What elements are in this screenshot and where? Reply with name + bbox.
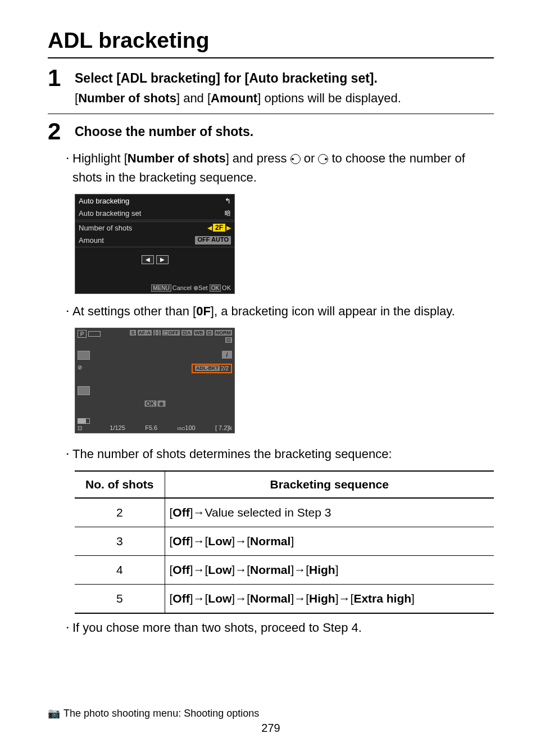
table-cell-shots: 2	[75, 498, 165, 527]
remaining-shots: [ 7.2]k	[215, 424, 232, 431]
b1-bold: Number of shots	[128, 151, 226, 165]
menu-amount-label: Amount	[79, 236, 104, 245]
shutter-speed: 1/125	[110, 424, 125, 431]
bullet-dot-icon: ・	[62, 302, 72, 321]
quality-icon: ⊡	[206, 330, 213, 336]
table-row: 4[Off]→[Low]→[Normal]→[High]	[75, 556, 494, 585]
table-row: 5[Off]→[Low]→[Normal]→[High]→[Extra high…	[75, 585, 494, 614]
bkt-badge: ADL-BKT 2/2	[192, 364, 232, 373]
mode-icon: P	[78, 330, 87, 338]
b2-bold: 0F	[196, 304, 211, 318]
menu-set-label: Auto bracketing set	[79, 209, 141, 218]
step1-b2: Amount	[211, 91, 257, 105]
af-area-icon: [-]	[153, 330, 161, 336]
size-icon: ⊡	[225, 337, 232, 343]
pic-icon: ⊡A	[181, 330, 192, 336]
table-head-shots: No. of shots	[75, 471, 165, 498]
ok-zoom-badge: OK ⊕	[144, 401, 165, 407]
cam-left-icons: ⊘	[78, 351, 90, 395]
battery-icon	[78, 418, 90, 424]
aperture: F5.6	[145, 424, 157, 431]
menu-amount-value: OFF AUTO	[195, 236, 231, 245]
step-2-bullet-1: ・ Highlight [Number of shots] and press …	[62, 149, 494, 187]
dpad-icon: ⊕	[193, 284, 198, 291]
vr-icon: ⬚OFF	[162, 330, 180, 336]
cam-bottom-row: ⊡ 1/125 F5.6 ISO100 [ 7.2]k	[78, 418, 232, 431]
camera-display-screenshot: P S AF-A [-] ⬚OFF ⊡A WB ⊡ NORM ⊡ i ADL-B…	[75, 328, 235, 433]
step-2: 2 Choose the number of shots.	[48, 122, 494, 143]
cam-top-right: S AF-A [-] ⬚OFF ⊡A WB ⊡ NORM ⊡	[125, 330, 232, 343]
menu-row-set: Auto bracketing set 暗	[75, 207, 234, 220]
menu-footer: MENUCancel ⊕Set OKOK	[151, 284, 231, 292]
footer-breadcrumb: 📷 The photo shooting menu: Shooting opti…	[48, 707, 494, 719]
table-row: 2[Off]→Value selected in Step 3	[75, 498, 494, 527]
nav-right-icon: ▶	[156, 255, 169, 264]
cam-top-left: P	[78, 330, 101, 343]
menu-set: Set	[198, 284, 208, 291]
bkt-count: 2/2	[221, 365, 229, 372]
step-2-number: 2	[48, 120, 75, 143]
step-2-bullet-3: ・ The number of shots determines the bra…	[62, 445, 494, 464]
menu-btn: MENU	[151, 284, 171, 292]
step-2-content: Choose the number of shots.	[75, 122, 494, 142]
b2-prefix: At settings other than [	[72, 304, 196, 318]
s-icon: S	[130, 330, 135, 336]
step-1-number: 1	[48, 66, 75, 90]
release-mode-icon	[78, 351, 90, 360]
b1-or: or	[301, 151, 319, 165]
nav-arrows: ◀ ▶	[75, 255, 234, 264]
page-title: ADL bracketing	[48, 28, 494, 53]
exposure-bar-icon	[88, 331, 101, 337]
bkt-label: ADL-BKT	[195, 365, 220, 371]
table-row: 3[Off]→[Low]→[Normal]	[75, 527, 494, 556]
menu-header: Auto bracketing ↰	[75, 194, 234, 207]
menu-row-shots: Number of shots ◀ 2F ▶	[75, 222, 234, 234]
table-cell-shots: 4	[75, 556, 165, 585]
afa-icon: AF-A	[138, 330, 152, 336]
bracketing-sequence-table: No. of shots Bracketing sequence 2[Off]→…	[75, 470, 494, 614]
shots-value-box: 2F	[213, 224, 225, 232]
page-footer: 📷 The photo shooting menu: Shooting opti…	[48, 707, 494, 735]
step1-mid: ] and [	[176, 91, 211, 105]
ok-box: OK	[144, 401, 156, 407]
step1-b1: Number of shots	[78, 91, 176, 105]
table-cell-seq: [Off]→[Low]→[Normal]→[High]	[165, 556, 494, 585]
table-cell-shots: 5	[75, 585, 165, 614]
iso: ISO100	[178, 424, 196, 431]
dpad-left-icon	[290, 154, 301, 164]
title-divider	[48, 57, 494, 58]
nav-left-icon: ◀	[142, 255, 154, 264]
step-2-bullet-4: ・ If you chose more than two shots, proc…	[62, 618, 494, 637]
zoom-icon: ⊕	[157, 401, 165, 407]
step-1-content: Select [ADL bracketing] for [Auto bracke…	[75, 69, 494, 108]
table-cell-seq: [Off]→[Low]→[Normal]	[165, 527, 494, 556]
left-arrow-icon: ◀	[207, 224, 212, 232]
bullet-dot-icon: ・	[62, 149, 72, 168]
table-cell-shots: 3	[75, 527, 165, 556]
menu-row-amount: Amount OFF AUTO	[75, 234, 234, 247]
ok-btn: OK	[210, 284, 221, 292]
step-2-bullet-2: ・ At settings other than [0F], a bracket…	[62, 302, 494, 321]
step1-suffix: ] options will be displayed.	[257, 91, 401, 105]
menu-title: Auto bracketing	[79, 197, 129, 205]
menu-shots-value: ◀ 2F ▶	[207, 224, 231, 232]
step-1: 1 Select [ADL bracketing] for [Auto brac…	[48, 69, 494, 108]
norm-icon: NORM	[215, 330, 233, 336]
menu-shots-label: Number of shots	[79, 224, 132, 232]
iso-value: 100	[185, 424, 195, 431]
menu-cancel: Cancel	[172, 284, 192, 291]
bullet-1-text: Highlight [Number of shots] and press or…	[72, 149, 494, 187]
menu-ok2: OK	[222, 284, 231, 291]
step-divider-1	[48, 114, 494, 114]
footer-text: The photo shooting menu: Shooting option…	[63, 708, 259, 719]
step-2-label: Choose the number of shots.	[75, 122, 494, 142]
flash-off-icon: ⊘	[78, 364, 90, 370]
bullet-dot-icon: ・	[62, 618, 72, 637]
af-point-icon: ⊡	[78, 425, 90, 431]
page-number: 279	[48, 722, 494, 735]
right-arrow-icon: ▶	[226, 224, 231, 232]
step-1-body: [Number of shots] and [Amount] options w…	[75, 89, 494, 108]
table-cell-seq: [Off]→Value selected in Step 3	[165, 498, 494, 527]
menu-screenshot: Auto bracketing ↰ Auto bracketing set 暗 …	[75, 194, 235, 294]
cam-bottom-left: ⊡	[78, 418, 90, 431]
